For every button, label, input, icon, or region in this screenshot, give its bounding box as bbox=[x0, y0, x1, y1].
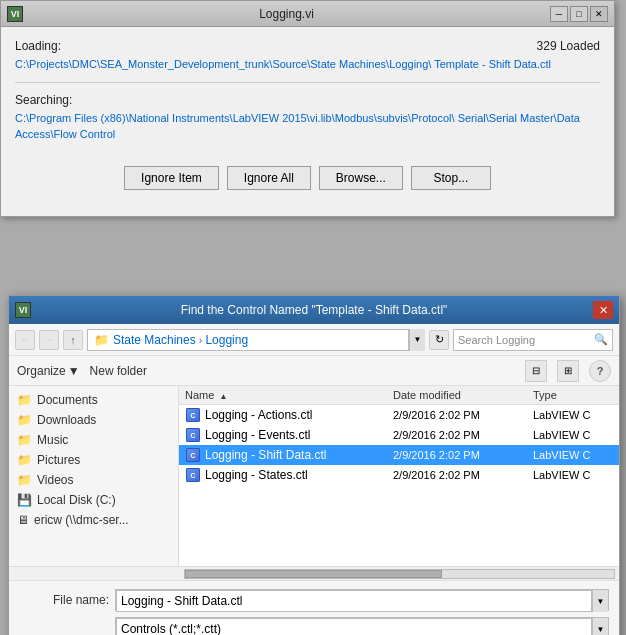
folder-icon-music: 📁 bbox=[17, 433, 32, 447]
sort-arrow: ▲ bbox=[219, 392, 227, 401]
fg-titlebar: VI Find the Control Named "Template - Sh… bbox=[9, 296, 619, 324]
loading-path: C:\Projects\DMC\SEA_Monster_Development_… bbox=[15, 57, 600, 72]
folder-icon-documents: 📁 bbox=[17, 393, 32, 407]
breadcrumb-dropdown[interactable]: ▼ bbox=[409, 329, 425, 351]
filetype-dropdown[interactable]: ▼ bbox=[592, 618, 608, 635]
bg-titlebar-buttons: ─ □ ✕ bbox=[550, 6, 608, 22]
view-details-button[interactable]: ⊟ bbox=[525, 360, 547, 382]
filename-label: File name: bbox=[19, 593, 109, 607]
searching-section: Searching: C:\Program Files (x86)\Nation… bbox=[15, 93, 600, 142]
folder-icon-downloads: 📁 bbox=[17, 413, 32, 427]
divider bbox=[15, 82, 600, 83]
sidebar-item-pictures[interactable]: 📁 Pictures bbox=[9, 450, 178, 470]
file-type-0: LabVIEW C bbox=[533, 409, 613, 421]
view-options-button[interactable]: ⊞ bbox=[557, 360, 579, 382]
file-date-1: 2/9/2016 2:02 PM bbox=[393, 429, 533, 441]
scroll-area bbox=[9, 566, 619, 580]
filetype-select[interactable]: Controls (*.ctl;*.ctt) bbox=[116, 618, 592, 635]
fg-window-icon: VI bbox=[15, 302, 31, 318]
file-name-1: Logging - Events.ctl bbox=[205, 428, 393, 442]
help-button[interactable]: ? bbox=[589, 360, 611, 382]
toolbar: Organize ▼ New folder ⊟ ⊞ ? bbox=[9, 356, 619, 386]
ignore-all-button[interactable]: Ignore All bbox=[227, 166, 311, 190]
file-date-0: 2/9/2016 2:02 PM bbox=[393, 409, 533, 421]
file-row-0[interactable]: C Logging - Actions.ctl 2/9/2016 2:02 PM… bbox=[179, 405, 619, 425]
network-icon: 🖥 bbox=[17, 513, 29, 527]
loading-count: 329 Loaded bbox=[537, 39, 600, 53]
search-icon: 🔍 bbox=[594, 333, 608, 346]
file-row-1[interactable]: C Logging - Events.ctl 2/9/2016 2:02 PM … bbox=[179, 425, 619, 445]
file-name-2: Logging - Shift Data.ctl bbox=[205, 448, 393, 462]
loading-section: Loading: 329 Loaded C:\Projects\DMC\SEA_… bbox=[15, 39, 600, 72]
file-icon-2: C bbox=[185, 447, 201, 463]
sidebar-item-documents[interactable]: 📁 Documents bbox=[9, 390, 178, 410]
drive-icon: 💾 bbox=[17, 493, 32, 507]
filename-row: File name: Logging - Shift Data.ctl ▼ bbox=[19, 589, 609, 611]
nav-bar: ← → ↑ 📁 State Machines › Logging ▼ ↻ Sea… bbox=[9, 324, 619, 356]
loading-label: Loading: bbox=[15, 39, 61, 53]
column-type[interactable]: Type bbox=[533, 389, 613, 401]
file-list-header: Name ▲ Date modified Type bbox=[179, 386, 619, 405]
breadcrumb-state-machines[interactable]: State Machines bbox=[113, 333, 196, 347]
ignore-item-button[interactable]: Ignore Item bbox=[124, 166, 219, 190]
new-folder-button[interactable]: New folder bbox=[90, 364, 147, 378]
organize-dropdown-icon: ▼ bbox=[68, 364, 80, 378]
breadcrumb-logging[interactable]: Logging bbox=[205, 333, 248, 347]
sidebar-item-local-disk[interactable]: 💾 Local Disk (C:) bbox=[9, 490, 178, 510]
bg-maximize-button[interactable]: □ bbox=[570, 6, 588, 22]
sidebar-item-videos[interactable]: 📁 Videos bbox=[9, 470, 178, 490]
file-date-3: 2/9/2016 2:02 PM bbox=[393, 469, 533, 481]
file-row-3[interactable]: C Logging - States.ctl 2/9/2016 2:02 PM … bbox=[179, 465, 619, 485]
file-row-2[interactable]: C Logging - Shift Data.ctl 2/9/2016 2:02… bbox=[179, 445, 619, 465]
bg-titlebar: VI Logging.vi ─ □ ✕ bbox=[1, 1, 614, 27]
file-icon-0: C bbox=[185, 407, 201, 423]
file-name-0: Logging - Actions.ctl bbox=[205, 408, 393, 422]
organize-button[interactable]: Organize ▼ bbox=[17, 364, 80, 378]
back-button[interactable]: ← bbox=[15, 330, 35, 350]
bottom-area: File name: Logging - Shift Data.ctl ▼ Co… bbox=[9, 580, 619, 635]
main-area: 📁 Documents 📁 Downloads 📁 Music 📁 Pictur… bbox=[9, 386, 619, 566]
view-details-icon: ⊟ bbox=[532, 365, 540, 376]
browse-button[interactable]: Browse... bbox=[319, 166, 403, 190]
breadcrumb-bar: 📁 State Machines › Logging bbox=[87, 329, 409, 351]
sidebar-item-music[interactable]: 📁 Music bbox=[9, 430, 178, 450]
folder-icon-pictures: 📁 bbox=[17, 453, 32, 467]
file-icon-1: C bbox=[185, 427, 201, 443]
stop-button[interactable]: Stop... bbox=[411, 166, 491, 190]
refresh-button[interactable]: ↻ bbox=[429, 330, 449, 350]
fg-window-title: Find the Control Named "Template - Shift… bbox=[35, 303, 593, 317]
file-name-3: Logging - States.ctl bbox=[205, 468, 393, 482]
filetype-row: Controls (*.ctl;*.ctt) ▼ bbox=[19, 617, 609, 635]
file-icon-3: C bbox=[185, 467, 201, 483]
searching-label: Searching: bbox=[15, 93, 600, 107]
bg-buttons: Ignore Item Ignore All Browse... Stop... bbox=[15, 158, 600, 204]
filename-dropdown[interactable]: ▼ bbox=[592, 590, 608, 612]
horizontal-scrollbar[interactable] bbox=[184, 569, 615, 579]
file-type-1: LabVIEW C bbox=[533, 429, 613, 441]
up-button[interactable]: ↑ bbox=[63, 330, 83, 350]
search-path: C:\Program Files (x86)\National Instrume… bbox=[15, 111, 600, 142]
file-list-scroll[interactable]: C Logging - Actions.ctl 2/9/2016 2:02 PM… bbox=[179, 405, 619, 566]
view-options-icon: ⊞ bbox=[564, 365, 572, 376]
background-window: VI Logging.vi ─ □ ✕ Loading: 329 Loaded … bbox=[0, 0, 615, 217]
bg-close-button[interactable]: ✕ bbox=[590, 6, 608, 22]
bg-minimize-button[interactable]: ─ bbox=[550, 6, 568, 22]
sidebar: 📁 Documents 📁 Downloads 📁 Music 📁 Pictur… bbox=[9, 386, 179, 566]
filename-input[interactable]: Logging - Shift Data.ctl bbox=[116, 590, 592, 612]
fg-close-button[interactable]: ✕ bbox=[593, 301, 613, 319]
scrollbar-thumb[interactable] bbox=[185, 570, 442, 578]
file-date-2: 2/9/2016 2:02 PM bbox=[393, 449, 533, 461]
column-name[interactable]: Name ▲ bbox=[185, 389, 393, 401]
file-type-2: LabVIEW C bbox=[533, 449, 613, 461]
column-date[interactable]: Date modified bbox=[393, 389, 533, 401]
folder-icon: 📁 bbox=[94, 333, 109, 347]
sidebar-item-downloads[interactable]: 📁 Downloads bbox=[9, 410, 178, 430]
file-type-3: LabVIEW C bbox=[533, 469, 613, 481]
file-list-panel: Name ▲ Date modified Type C Logging - Ac… bbox=[179, 386, 619, 566]
bg-window-icon: VI bbox=[7, 6, 23, 22]
search-input[interactable]: Search Logging bbox=[458, 334, 594, 346]
forward-button[interactable]: → bbox=[39, 330, 59, 350]
foreground-window: VI Find the Control Named "Template - Sh… bbox=[8, 295, 620, 635]
bg-window-title: Logging.vi bbox=[23, 7, 550, 21]
sidebar-item-network[interactable]: 🖥 ericw (\\dmc-ser... bbox=[9, 510, 178, 530]
